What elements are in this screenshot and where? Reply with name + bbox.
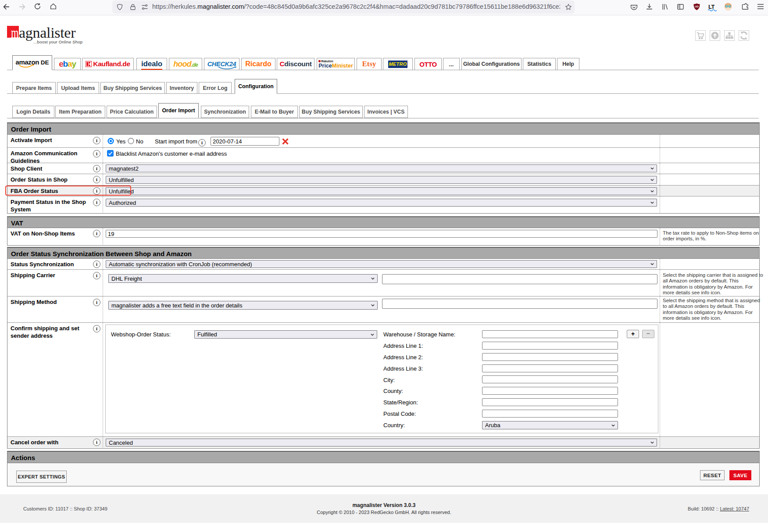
svg-text:UO: UO [695,5,699,8]
